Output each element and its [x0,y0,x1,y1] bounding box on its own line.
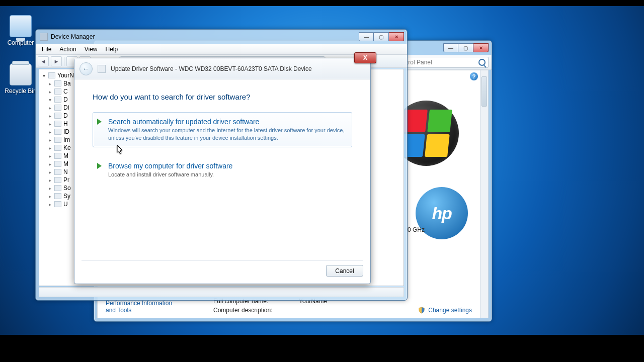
tree-item-label: N [63,168,68,175]
chevron-right-icon[interactable]: ▸ [47,161,52,167]
tree-item-label: Im [63,136,70,143]
option-search-automatically[interactable]: Search automatically for updated driver … [93,112,352,147]
tree-item-label: M [63,160,68,167]
toolbar-forward-button[interactable]: ► [51,56,62,66]
tree-item-label: Pr [63,176,69,184]
device-category-icon [54,121,61,127]
menu-action[interactable]: Action [55,45,80,54]
device-category-icon [54,88,61,95]
tree-item-label: D [63,96,68,103]
desktop: Computer Recycle Bin — ▢ ✕ trol Panel ? [0,6,644,335]
tree-item-label: Ke [63,144,71,151]
chevron-right-icon[interactable]: ▸ [47,202,52,207]
device-category-icon [54,177,61,183]
minimize-button[interactable]: — [443,43,458,52]
maximize-button[interactable]: ▢ [458,43,473,52]
chevron-right-icon[interactable]: ▸ [47,129,52,135]
tree-item-label: Ba [63,80,71,87]
tree-item-label: Di [63,104,69,111]
tree-item-label: H [63,120,68,127]
chevron-right-icon[interactable]: ▸ [47,186,52,191]
device-category-icon [54,169,61,175]
desktop-icon-recycle-bin[interactable]: Recycle Bin [2,63,39,95]
menu-file[interactable]: File [38,45,55,54]
tree-item-label: C [63,88,68,95]
menu-view[interactable]: View [80,45,102,54]
chevron-right-icon[interactable]: ▸ [47,177,52,183]
tree-item-label: So [63,185,71,192]
titlebar[interactable]: Device Manager — ▢ ✕ [36,30,407,44]
close-button[interactable]: ✕ [473,43,489,52]
tree-item-label: D [63,112,68,119]
tree-item-label: ID [63,128,69,135]
close-button[interactable]: X [354,52,376,63]
option-title: Browse my computer for driver software [108,162,346,170]
chevron-right-icon[interactable]: ▸ [47,169,52,175]
recycle-bin-icon [10,63,32,85]
back-button[interactable]: ← [79,62,93,75]
scrollbar[interactable] [480,70,488,318]
menu-help[interactable]: Help [102,45,122,54]
wizard-header: ← Update Driver Software - WDC WD32 00BE… [74,58,370,79]
cpu-ghz-fragment: 0 GHz [408,226,425,233]
device-category-icon [54,105,61,111]
device-category-icon [54,97,61,103]
arrow-right-icon [97,163,102,169]
change-settings-label: Change settings [428,307,472,314]
wizard-heading: How do you want to search for driver sof… [93,93,352,101]
device-category-icon [54,137,61,143]
option-description: Windows will search your computer and th… [108,127,346,142]
menu-bar: File Action View Help [36,44,407,55]
computer-icon [10,15,32,37]
chevron-right-icon[interactable]: ▸ [47,89,52,95]
update-driver-wizard: X ← Update Driver Software - WDC WD32 00… [74,58,371,284]
device-category-icon [54,161,61,167]
help-icon[interactable]: ? [470,72,478,80]
wizard-footer: Cancel [82,260,363,278]
toolbar-back-button[interactable]: ◄ [38,56,49,66]
arrow-right-icon [97,119,102,125]
close-button[interactable]: ✕ [389,32,404,41]
cancel-button[interactable]: Cancel [326,265,363,277]
chevron-right-icon[interactable]: ▸ [47,137,52,143]
scrollbar-thumb[interactable] [481,76,487,107]
chevron-right-icon[interactable]: ▸ [47,145,52,151]
option-description: Locate and install driver software manua… [108,171,346,178]
search-visible-text: trol Panel [407,59,432,66]
chevron-right-icon[interactable]: ▸ [47,194,52,199]
maximize-button[interactable]: ▢ [374,32,389,41]
minimize-button[interactable]: — [359,32,374,41]
computer-node-icon [48,72,55,78]
chevron-right-icon[interactable]: ▸ [47,113,52,119]
option-title: Search automatically for updated driver … [108,118,346,126]
status-bar [39,287,404,297]
desktop-icon-label: Recycle Bin [2,87,39,95]
window-title: Device Manager [51,33,359,40]
device-category-icon [54,185,61,191]
chevron-right-icon[interactable]: ▸ [47,121,52,127]
computer-description-label: Computer description: [213,307,284,314]
tree-item-label: M [63,152,68,159]
chevron-down-icon[interactable]: ▾ [41,73,46,78]
device-category-icon [54,80,61,86]
sidebar-link-performance[interactable]: Performance Information and Tools [106,300,181,314]
desktop-icon-computer[interactable]: Computer [2,15,39,46]
change-settings-link[interactable]: Change settings [418,307,472,314]
tree-item-label: Sy [63,193,70,200]
device-category-icon [54,193,61,199]
drive-icon [98,65,106,73]
tree-item-label: U [63,201,68,208]
option-browse-computer[interactable]: Browse my computer for driver software L… [93,156,352,184]
chevron-right-icon[interactable]: ▸ [47,105,52,111]
device-category-icon [54,201,61,207]
search-input[interactable]: trol Panel [403,57,489,68]
chevron-right-icon[interactable]: ▸ [47,81,52,86]
chevron-right-icon[interactable]: ▾ [47,97,52,103]
search-icon [478,59,486,66]
device-category-icon [54,153,61,159]
device-category-icon [54,113,61,119]
wizard-title: Update Driver Software - WDC WD32 00BEVT… [111,65,312,72]
device-manager-icon [40,33,48,41]
device-category-icon [54,129,61,135]
chevron-right-icon[interactable]: ▸ [47,153,52,159]
